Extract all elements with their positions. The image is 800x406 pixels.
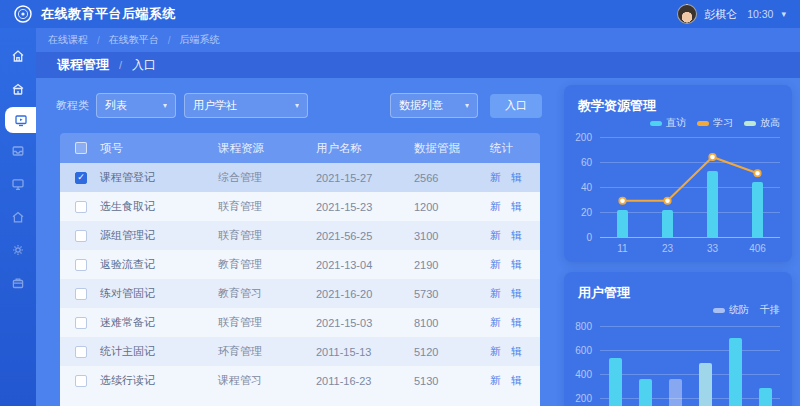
archive-icon bbox=[11, 276, 25, 290]
cell-resource: 教育管习 bbox=[218, 286, 316, 301]
table-row[interactable]: 返验流查记教育管理2021-13-042190新辑 bbox=[60, 250, 540, 279]
row-checkbox[interactable] bbox=[75, 172, 87, 184]
cell-resource: 教育管理 bbox=[218, 257, 316, 272]
row-action-link[interactable]: 辑 bbox=[511, 315, 522, 330]
select-all-checkbox[interactable] bbox=[75, 142, 87, 154]
line-point bbox=[754, 170, 760, 176]
row-action-link[interactable]: 新 bbox=[490, 257, 501, 272]
row-checkbox[interactable] bbox=[75, 375, 87, 387]
table-row[interactable]: 选生食取记联育管理2021-15-231200新辑 bbox=[60, 192, 540, 221]
legend-item[interactable]: 千排 bbox=[760, 303, 780, 317]
chart-legend: 统防千排 bbox=[713, 303, 780, 317]
y-tick-label: 20 bbox=[566, 207, 592, 218]
sidebar-item-monitor[interactable] bbox=[0, 169, 36, 199]
cell-resource: 联育管理 bbox=[218, 199, 316, 214]
y-axis-labels: 2006040200 bbox=[566, 137, 596, 237]
line-point bbox=[664, 198, 670, 204]
legend-item[interactable]: 学习 bbox=[697, 116, 733, 130]
sidebar-item-library[interactable] bbox=[0, 202, 36, 232]
user-group-select[interactable]: 用户学社 ▾ bbox=[184, 93, 308, 118]
chart-bar bbox=[669, 379, 682, 406]
gridline bbox=[600, 237, 780, 238]
table-row[interactable]: 统计主固记环育管理2011-15-135120新辑 bbox=[60, 337, 540, 366]
row-action-link[interactable]: 辑 bbox=[511, 199, 522, 214]
chevron-down-icon: ▾ bbox=[295, 101, 299, 110]
cell-resource: 课程管习 bbox=[218, 373, 316, 388]
x-axis-labels: 112333406 bbox=[600, 243, 780, 257]
cell-value: 1200 bbox=[414, 201, 490, 213]
row-checkbox[interactable] bbox=[75, 201, 87, 213]
table-row[interactable]: 迷难常备记联育管理2021-15-038100新辑 bbox=[60, 308, 540, 337]
row-action-link[interactable]: 新 bbox=[490, 315, 501, 330]
cell-actions: 新辑 bbox=[490, 228, 540, 243]
data-column-select[interactable]: 数据列意 ▾ bbox=[390, 93, 478, 118]
sidebar-item-course-video[interactable] bbox=[5, 107, 36, 133]
breadcrumb-item[interactable]: 在线教平台 bbox=[109, 33, 159, 47]
row-action-link[interactable]: 新 bbox=[490, 228, 501, 243]
cell-date: 2021-15-03 bbox=[316, 317, 414, 329]
column-header: 数据管掘 bbox=[414, 141, 490, 156]
sidebar-item-inbox[interactable] bbox=[0, 136, 36, 166]
list-type-select[interactable]: 列表 ▾ bbox=[96, 93, 176, 118]
user-avatar[interactable] bbox=[677, 4, 697, 24]
row-action-link[interactable]: 辑 bbox=[511, 373, 522, 388]
row-action-link[interactable]: 新 bbox=[490, 199, 501, 214]
sidebar-item-settings[interactable] bbox=[0, 235, 36, 265]
table-row[interactable]: 选续行读记课程管习2011-16-235130新辑 bbox=[60, 366, 540, 395]
data-column-value: 数据列意 bbox=[399, 98, 457, 113]
legend-swatch-icon bbox=[697, 121, 709, 126]
page-subtitle: 入口 bbox=[132, 57, 156, 74]
sidebar-item-home[interactable] bbox=[0, 41, 36, 71]
y-axis-labels: 800600400200 bbox=[566, 326, 596, 406]
row-action-link[interactable]: 新 bbox=[490, 286, 501, 301]
clock-time: 10:30 bbox=[747, 8, 773, 20]
row-checkbox[interactable] bbox=[75, 259, 87, 271]
chart-bar bbox=[699, 363, 712, 406]
cell-value: 8100 bbox=[414, 317, 490, 329]
table-row[interactable]: 源组管理记联育管理2021-56-253100新辑 bbox=[60, 221, 540, 250]
cell-resource: 联育管理 bbox=[218, 315, 316, 330]
row-action-link[interactable]: 新 bbox=[490, 170, 501, 185]
breadcrumb-item[interactable]: 在线课程 bbox=[48, 33, 88, 47]
legend-swatch-icon bbox=[744, 121, 756, 126]
breadcrumb: 在线课程/在线教平台/后端系统 bbox=[36, 28, 800, 52]
legend-item[interactable]: 直访 bbox=[650, 116, 686, 130]
monitor-icon bbox=[11, 177, 25, 191]
inbox-icon bbox=[11, 144, 25, 158]
legend-item[interactable]: 统防 bbox=[713, 303, 749, 317]
row-checkbox[interactable] bbox=[75, 230, 87, 242]
row-action-link[interactable]: 辑 bbox=[511, 228, 522, 243]
app-title: 在线教育平台后端系统 bbox=[41, 5, 176, 23]
column-header: 课程资源 bbox=[218, 141, 316, 156]
cell-date: 2021-15-27 bbox=[316, 172, 414, 184]
row-action-link[interactable]: 辑 bbox=[511, 344, 522, 359]
legend-item[interactable]: 放高 bbox=[744, 116, 780, 130]
list-type-value: 列表 bbox=[105, 98, 155, 113]
entry-button[interactable]: 入口 bbox=[490, 94, 542, 118]
row-checkbox[interactable] bbox=[75, 317, 87, 329]
page-title: 课程管理 bbox=[57, 56, 109, 74]
table-row[interactable]: 课程管登记综合管理2021-15-272566新辑 bbox=[60, 163, 540, 192]
sidebar-item-school[interactable] bbox=[0, 74, 36, 104]
row-checkbox[interactable] bbox=[75, 288, 87, 300]
sidebar-item-archive[interactable] bbox=[0, 268, 36, 298]
cell-resource: 环育管理 bbox=[218, 344, 316, 359]
x-tick-label: 23 bbox=[662, 243, 673, 254]
user-management-card: 用户管理 统防千排 800600400200 bbox=[564, 272, 792, 406]
library-icon bbox=[11, 210, 25, 224]
row-action-link[interactable]: 辑 bbox=[511, 170, 522, 185]
row-action-link[interactable]: 新 bbox=[490, 373, 501, 388]
chevron-down-icon: ▾ bbox=[465, 101, 469, 110]
user-name[interactable]: 彭棋仑 bbox=[704, 7, 737, 22]
chart-legend: 直访学习放高 bbox=[650, 116, 780, 130]
breadcrumb-item[interactable]: 后端系统 bbox=[180, 33, 220, 47]
row-checkbox[interactable] bbox=[75, 346, 87, 358]
cell-actions: 新辑 bbox=[490, 257, 540, 272]
row-action-link[interactable]: 辑 bbox=[511, 286, 522, 301]
home-icon bbox=[11, 49, 25, 63]
row-action-link[interactable]: 辑 bbox=[511, 257, 522, 272]
row-action-link[interactable]: 新 bbox=[490, 344, 501, 359]
cell-name: 统计主固记 bbox=[100, 344, 218, 359]
table-row[interactable]: 练对管固记教育管习2021-16-205730新辑 bbox=[60, 279, 540, 308]
user-menu-chevron-down-icon[interactable]: ▾ bbox=[781, 9, 786, 19]
